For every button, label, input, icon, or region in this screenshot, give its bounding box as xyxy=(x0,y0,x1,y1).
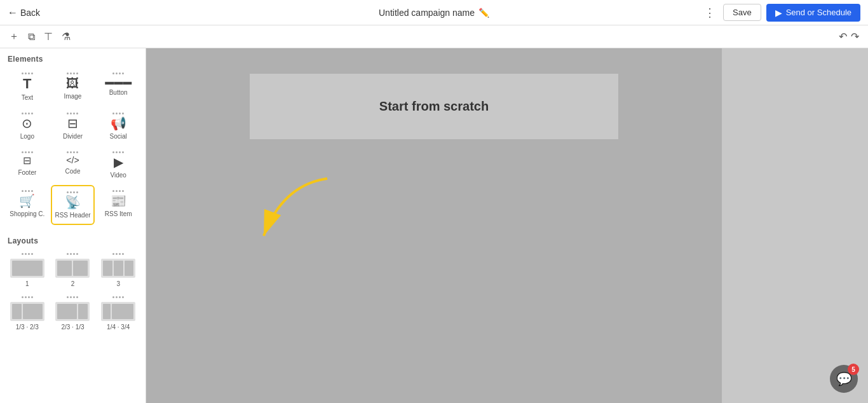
element-logo[interactable]: ⊙ Logo xyxy=(5,107,50,145)
redo-icon[interactable]: ↷ xyxy=(851,31,859,43)
canvas-inner: Start from scratch xyxy=(250,74,618,139)
footer-icon: ⊟ xyxy=(23,156,31,166)
element-social-label: Social xyxy=(110,133,127,140)
layout-2-3-1-3[interactable]: 2/3 · 1/3 xyxy=(51,292,95,334)
video-icon: ▶ xyxy=(114,156,123,168)
element-image-label: Image xyxy=(64,93,82,100)
element-rss-header-label: RSS Header xyxy=(55,212,90,219)
add-icon[interactable]: ＋ xyxy=(9,30,19,43)
campaign-name: Untitled campaign name xyxy=(379,8,475,18)
element-video[interactable]: ▶ Video xyxy=(96,146,140,184)
undo-redo: ↶ ↷ xyxy=(839,31,859,43)
canvas-area: Start from scratch xyxy=(146,48,722,403)
header: ← Back Untitled campaign name ✏️ ⋮ Save … xyxy=(0,0,868,25)
text-icon: T xyxy=(23,77,31,91)
element-logo-label: Logo xyxy=(20,133,34,140)
send-icon: ▶ xyxy=(775,8,782,18)
button-icon: ▬▬▬ xyxy=(105,77,132,86)
element-social[interactable]: 📢 Social xyxy=(96,107,140,145)
start-from-scratch-text: Start from scratch xyxy=(379,99,489,114)
back-arrow-icon: ← xyxy=(8,7,18,18)
element-footer-label: Footer xyxy=(18,169,36,176)
element-video-label: Video xyxy=(110,172,126,179)
layouts-grid: 1 2 3 xyxy=(0,249,146,339)
element-code-label: Code xyxy=(65,168,81,175)
layout-1-4-3-4[interactable]: 1/4 · 3/4 xyxy=(96,292,140,334)
elements-grid: T Text 🖼 Image ▬▬▬ Button xyxy=(0,67,146,230)
header-left: ← Back xyxy=(8,7,40,18)
elements-section-label: Elements xyxy=(0,48,146,67)
left-panel: Elements T Text 🖼 Image xyxy=(0,48,146,403)
shopping-cart-icon: 🛒 xyxy=(19,195,35,207)
undo-icon[interactable]: ↶ xyxy=(839,31,847,43)
element-divider[interactable]: ⊟ Divider xyxy=(51,107,95,145)
social-icon: 📢 xyxy=(111,117,126,130)
logo-icon: ⊙ xyxy=(22,117,32,130)
send-or-schedule-button[interactable]: ▶ Send or Schedule xyxy=(766,4,860,22)
main-layout: Elements T Text 🖼 Image xyxy=(0,48,868,403)
chat-badge: 5 xyxy=(848,364,859,375)
layout-2[interactable]: 2 xyxy=(51,249,95,291)
arrow-annotation xyxy=(245,172,334,261)
edit-icon[interactable]: ✏️ xyxy=(478,8,489,18)
element-code[interactable]: </> Code xyxy=(51,146,95,184)
element-button[interactable]: ▬▬▬ Button xyxy=(96,67,140,106)
analytics-icon[interactable]: ⚗ xyxy=(62,31,71,43)
layout-1[interactable]: 1 xyxy=(5,249,50,291)
element-rss-item[interactable]: 📰 RSS Item xyxy=(96,185,140,225)
header-right: ⋮ Save ▶ Send or Schedule xyxy=(702,3,860,22)
right-panel xyxy=(722,48,868,403)
element-button-label: Button xyxy=(109,89,128,96)
element-text-label: Text xyxy=(22,94,33,101)
layout-1-3-2-3[interactable]: 1/3 · 2/3 xyxy=(5,292,50,334)
back-label: Back xyxy=(20,8,40,18)
layout-3[interactable]: 3 xyxy=(96,249,140,291)
element-shopping-label: Shopping C. xyxy=(10,210,44,217)
element-image[interactable]: 🖼 Image xyxy=(51,67,95,106)
image-icon: 🖼 xyxy=(66,77,79,90)
chat-bubble[interactable]: 💬 5 xyxy=(830,365,858,393)
element-rss-item-label: RSS Item xyxy=(105,210,132,217)
send-label: Send or Schedule xyxy=(786,8,851,17)
filter-icon[interactable]: ⊤ xyxy=(44,31,53,43)
divider-icon: ⊟ xyxy=(67,117,78,130)
save-button[interactable]: Save xyxy=(723,4,761,21)
more-options-button[interactable]: ⋮ xyxy=(702,3,718,22)
element-footer[interactable]: ⊟ Footer xyxy=(5,146,50,184)
element-shopping-cart[interactable]: 🛒 Shopping C. xyxy=(5,185,50,225)
back-button[interactable]: ← Back xyxy=(8,7,40,18)
element-divider-label: Divider xyxy=(63,133,83,140)
code-icon: </> xyxy=(66,156,79,165)
element-text[interactable]: T Text xyxy=(5,67,50,106)
layouts-section-label: Layouts xyxy=(0,230,146,249)
layers-icon[interactable]: ⧉ xyxy=(28,31,35,43)
rss-item-icon: 📰 xyxy=(111,195,126,207)
header-center: Untitled campaign name ✏️ xyxy=(379,8,489,18)
element-rss-header[interactable]: 📡 RSS Header xyxy=(51,185,95,225)
toolbar: ＋ ⧉ ⊤ ⚗ ↶ ↷ xyxy=(0,25,868,48)
rss-header-icon: 📡 xyxy=(65,196,81,208)
